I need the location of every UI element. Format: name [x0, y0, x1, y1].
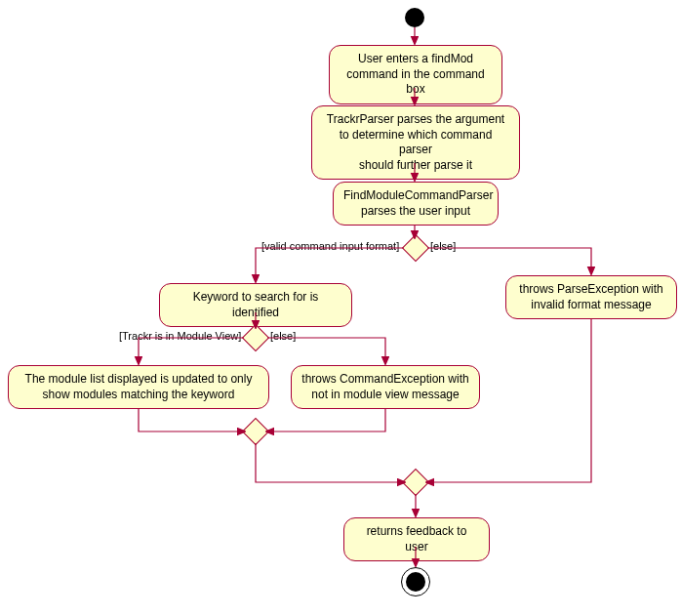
end-node: [406, 572, 425, 592]
merge-2: [402, 469, 429, 496]
activity-parse-exception: throws ParseException with invalid forma…: [505, 275, 677, 319]
start-node: [405, 8, 424, 27]
text: returns feedback to user: [367, 524, 467, 554]
text: The module list displayed is updated to …: [25, 372, 253, 386]
text: show modules matching the keyword: [43, 388, 235, 401]
activity-module-list-updated: The module list displayed is updated to …: [8, 365, 269, 409]
text: command in the command box: [346, 67, 484, 97]
text: should further parse it: [359, 158, 472, 172]
text: to determine which command parser: [340, 128, 493, 157]
text: Keyword to search for is identified: [193, 290, 319, 319]
decision-module-view: [242, 324, 269, 351]
activity-feedback: returns feedback to user: [343, 517, 490, 561]
activity-enter-command: User enters a findMod command in the com…: [329, 45, 502, 104]
activity-command-exception: throws CommandException with not in modu…: [291, 365, 480, 409]
text: invalid format message: [531, 298, 651, 311]
text: FindModuleCommandParser: [343, 188, 493, 202]
text: parses the user input: [361, 204, 470, 218]
text: not in module view message: [311, 388, 459, 401]
activity-trackr-parse: TrackrParser parses the argument to dete…: [311, 105, 520, 180]
guard-valid-format: [valid command input format]: [261, 240, 399, 252]
text: throws ParseException with: [519, 282, 662, 296]
activity-findmodule-parser: FindModuleCommandParser parses the user …: [333, 182, 499, 226]
guard-module-view: [Trackr is in Module View]: [119, 330, 241, 342]
activity-keyword-identified: Keyword to search for is identified: [159, 283, 352, 327]
merge-1: [242, 418, 269, 445]
guard-else: [else]: [430, 240, 456, 252]
text: throws CommandException with: [301, 372, 468, 386]
text: TrackrParser parses the argument: [327, 112, 504, 126]
decision-valid-format: [402, 234, 429, 262]
guard-else: [else]: [270, 330, 296, 342]
text: User enters a findMod: [358, 52, 473, 65]
